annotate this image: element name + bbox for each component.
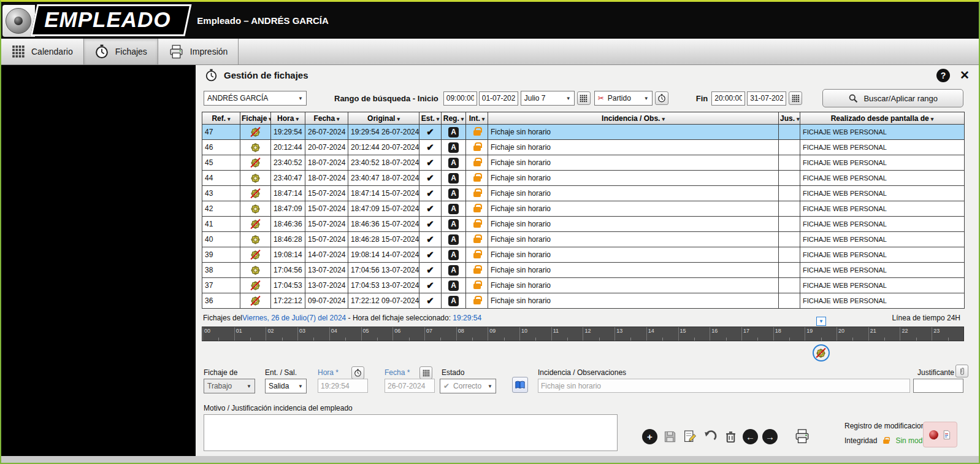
original-cell: 17:04:53 13-07-2024 (348, 278, 419, 293)
start-time-input[interactable] (443, 91, 477, 106)
timeline-hour-cell: 14 (646, 327, 678, 341)
column-header[interactable]: Incidencia / Obs.▾ (488, 112, 779, 125)
table-row[interactable]: 42 18:47:09 15-07-2024 18:47:09 15-07-20… (202, 201, 965, 217)
previous-record-button[interactable]: ← (743, 429, 758, 444)
timeline-hour-cell: 08 (456, 327, 488, 341)
edit-pencil-icon (683, 429, 697, 444)
timeline-hour-cell: 17 (741, 327, 773, 341)
table-row[interactable]: 39 19:08:14 14-07-2024 19:08:14 14-07-20… (202, 247, 965, 263)
employee-select[interactable]: ANDRÉS GARCÍA ▼ (204, 91, 307, 106)
table-row[interactable]: 36 17:22:12 09-07-2024 17:22:12 09-07-20… (202, 293, 965, 309)
tab-impresion[interactable]: Impresión (158, 39, 239, 64)
start-date-input[interactable] (479, 91, 518, 106)
table-row[interactable]: 37 17:04:53 13-07-2024 17:04:53 13-07-20… (202, 278, 965, 293)
record-sphere-icon[interactable] (929, 430, 938, 439)
jus-cell (779, 171, 800, 186)
column-header[interactable]: Fecha▾ (305, 112, 348, 125)
end-calendar-button[interactable] (789, 91, 802, 105)
sort-caret-icon: ▾ (797, 116, 800, 122)
jus-cell (779, 247, 800, 263)
estado-cell: ✔ (419, 217, 442, 232)
motivo-textarea[interactable] (204, 414, 618, 451)
log-document-icon[interactable] (941, 430, 952, 440)
fecha-input[interactable] (385, 379, 435, 393)
clock-icon (205, 69, 218, 82)
column-header[interactable]: Int.▾ (466, 112, 488, 125)
estado-cell: ✔ (419, 140, 442, 155)
fecha-calendar-button[interactable] (419, 366, 432, 379)
fecha-cell: 26-07-2024 (305, 125, 348, 140)
original-cell: 17:04:56 13-07-2024 (348, 263, 419, 278)
table-row[interactable]: 45 23:40:52 18-07-2024 23:40:52 18-07-20… (202, 155, 965, 171)
fichaje-de-label: Fichaje de (204, 368, 237, 377)
incidencia-input[interactable] (538, 379, 910, 393)
search-apply-label: Buscar/Aplicar rango (863, 94, 938, 103)
hora-input[interactable] (318, 379, 368, 393)
selected-time-link[interactable]: 19:29:54 (453, 314, 481, 322)
auto-badge: A (448, 142, 459, 153)
table-row[interactable]: 46 20:12:44 20-07-2024 20:12:44 20-07-20… (202, 140, 965, 155)
table-row[interactable]: 41 18:46:36 15-07-2024 18:46:36 15-07-20… (202, 217, 965, 232)
close-button[interactable]: ✕ (960, 69, 970, 81)
pantalla-cell: FICHAJE WEB PERSONAL (800, 232, 965, 247)
help-button[interactable]: ? (936, 69, 950, 82)
paperclip-icon (958, 367, 967, 376)
catalog-book-button[interactable] (512, 377, 528, 393)
column-header[interactable]: Reg.▾ (442, 112, 466, 125)
column-header[interactable]: Ref.▾ (202, 112, 240, 125)
tab-fichajes[interactable]: Fichajes (84, 39, 158, 64)
table-row[interactable]: 43 18:47:14 15-07-2024 18:47:14 15-07-20… (202, 186, 965, 201)
lock-icon (473, 207, 481, 212)
motivo-label: Motivo / Justificación incidencia del em… (204, 404, 979, 412)
tab-calendario[interactable]: Calendario (1, 39, 84, 64)
column-header[interactable]: Fichaje▾ (240, 112, 271, 125)
trash-icon (724, 430, 738, 444)
column-header[interactable]: Est.▾ (419, 112, 442, 125)
estado-select[interactable]: ✔ Correcto ▼ (440, 379, 496, 393)
original-cell: 23:40:47 18-07-2024 (348, 171, 419, 186)
add-fichaje-button[interactable]: + (642, 429, 657, 444)
original-cell: 18:46:28 15-07-2024 (348, 232, 419, 247)
column-header[interactable]: Realizado desde pantalla de▾ (800, 112, 965, 125)
registro-cell: A (442, 293, 466, 309)
print-button[interactable] (794, 428, 810, 444)
column-header[interactable]: Jus.▾ (779, 112, 800, 125)
timeline-marker[interactable]: ▼ (816, 317, 826, 326)
fichaje-type-icon (250, 296, 261, 306)
sort-caret-icon: ▾ (228, 116, 231, 122)
selected-date-link[interactable]: Viernes, 26 de Julio(7) del 2024 (242, 314, 346, 322)
original-cell: 18:47:09 15-07-2024 (348, 201, 419, 217)
shift-clock-button[interactable] (655, 91, 668, 105)
info-prefix: Fichajes del (203, 314, 242, 322)
edit-button[interactable] (682, 428, 698, 444)
ent-sal-select[interactable]: Salida ▼ (265, 379, 307, 393)
save-button[interactable] (662, 428, 678, 444)
justificante-input[interactable] (913, 379, 963, 393)
employee-select-value: ANDRÉS GARCÍA (207, 94, 268, 102)
end-date-input[interactable] (747, 91, 786, 106)
column-header[interactable]: Hora▾ (271, 112, 305, 125)
column-header[interactable]: Original▾ (348, 112, 419, 125)
attach-justificante-button[interactable] (955, 365, 968, 377)
table-row[interactable]: 38 17:04:56 13-07-2024 17:04:56 13-07-20… (202, 263, 965, 278)
fecha-label: Fecha * (385, 368, 410, 377)
month-select[interactable]: Julio 7 ▼ (521, 91, 575, 106)
hora-clock-button[interactable] (351, 366, 364, 379)
auto-badge: A (448, 158, 459, 168)
undo-button[interactable] (702, 428, 718, 444)
estado-cell: ✔ (419, 186, 442, 201)
delete-button[interactable] (722, 428, 738, 444)
end-time-input[interactable] (711, 91, 745, 106)
timeline-selected-fichaje-icon[interactable] (813, 344, 830, 362)
search-apply-button[interactable]: Buscar/Aplicar rango (822, 89, 963, 107)
fichaje-de-select[interactable]: Trabajo ▼ (204, 379, 255, 393)
fecha-cell: 20-07-2024 (305, 140, 348, 155)
next-record-button[interactable]: → (762, 429, 778, 444)
timeline-bar[interactable]: 00 01 02 03 (202, 327, 964, 341)
table-row[interactable]: 47 19:29:54 26-07-2024 19:29:54 26-07-20… (202, 125, 965, 140)
table-row[interactable]: 40 18:46:28 15-07-2024 18:46:28 15-07-20… (202, 232, 965, 247)
start-calendar-button[interactable] (577, 91, 591, 105)
shift-select[interactable]: ✂ Partido ▼ (594, 91, 653, 106)
table-header-row: Ref.▾ Fichaje▾ Hora▾ Fe (202, 112, 965, 125)
table-row[interactable]: 44 23:40:47 18-07-2024 23:40:47 18-07-20… (202, 171, 965, 186)
